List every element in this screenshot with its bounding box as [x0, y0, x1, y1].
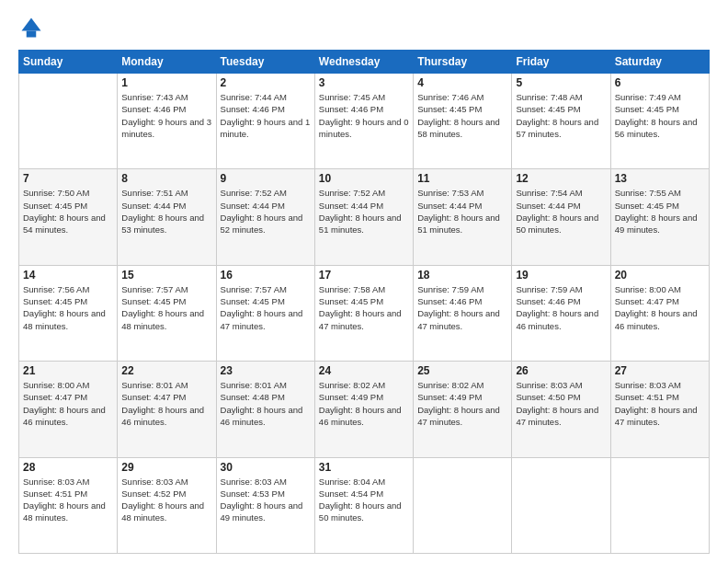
- day-info: Sunrise: 7:43 AMSunset: 4:46 PMDaylight:…: [121, 91, 211, 140]
- day-number: 12: [516, 172, 606, 185]
- calendar-cell: 5Sunrise: 7:48 AMSunset: 4:45 PMDaylight…: [512, 74, 610, 169]
- calendar-cell: 29Sunrise: 8:03 AMSunset: 4:52 PMDayligh…: [118, 457, 216, 553]
- day-number: 15: [121, 269, 211, 282]
- calendar-cell: 11Sunrise: 7:53 AMSunset: 4:44 PMDayligh…: [414, 169, 512, 265]
- day-number: 14: [23, 269, 113, 282]
- calendar-cell: 25Sunrise: 8:02 AMSunset: 4:49 PMDayligh…: [414, 362, 512, 457]
- calendar-cell: [19, 74, 118, 169]
- day-number: 23: [221, 364, 311, 377]
- calendar-cell: 2Sunrise: 7:44 AMSunset: 4:46 PMDaylight…: [216, 74, 314, 169]
- day-number: 25: [417, 364, 507, 377]
- calendar-cell: 15Sunrise: 7:57 AMSunset: 4:45 PMDayligh…: [118, 265, 216, 361]
- day-info: Sunrise: 7:58 AMSunset: 4:45 PMDaylight:…: [319, 283, 409, 332]
- day-number: 11: [417, 172, 507, 185]
- calendar-week-row: 28Sunrise: 8:03 AMSunset: 4:51 PMDayligh…: [19, 457, 710, 553]
- calendar-table: SundayMondayTuesdayWednesdayThursdayFrid…: [18, 50, 710, 554]
- day-number: 6: [615, 76, 705, 89]
- calendar-header-row: SundayMondayTuesdayWednesdayThursdayFrid…: [19, 51, 710, 74]
- day-info: Sunrise: 8:03 AMSunset: 4:52 PMDaylight:…: [121, 476, 211, 524]
- day-number: 1: [121, 76, 211, 89]
- calendar-header-saturday: Saturday: [610, 51, 709, 74]
- day-number: 31: [319, 461, 409, 474]
- calendar-week-row: 1Sunrise: 7:43 AMSunset: 4:46 PMDaylight…: [19, 74, 710, 169]
- calendar-week-row: 21Sunrise: 8:00 AMSunset: 4:47 PMDayligh…: [19, 362, 710, 457]
- day-info: Sunrise: 8:03 AMSunset: 4:50 PMDaylight:…: [516, 379, 606, 428]
- calendar-cell: 14Sunrise: 7:56 AMSunset: 4:45 PMDayligh…: [19, 265, 118, 361]
- day-number: 18: [417, 269, 507, 282]
- day-info: Sunrise: 7:51 AMSunset: 4:44 PMDaylight:…: [121, 187, 211, 236]
- calendar-cell: 16Sunrise: 7:57 AMSunset: 4:45 PMDayligh…: [216, 265, 314, 361]
- day-number: 5: [516, 76, 606, 89]
- day-info: Sunrise: 7:53 AMSunset: 4:44 PMDaylight:…: [417, 187, 507, 236]
- day-info: Sunrise: 7:56 AMSunset: 4:45 PMDaylight:…: [23, 283, 113, 332]
- day-number: 22: [121, 364, 211, 377]
- calendar-cell: 8Sunrise: 7:51 AMSunset: 4:44 PMDaylight…: [118, 169, 216, 265]
- calendar-cell: 17Sunrise: 7:58 AMSunset: 4:45 PMDayligh…: [314, 265, 413, 361]
- calendar-cell: 30Sunrise: 8:03 AMSunset: 4:53 PMDayligh…: [216, 457, 314, 553]
- day-number: 21: [23, 364, 113, 377]
- day-info: Sunrise: 7:55 AMSunset: 4:45 PMDaylight:…: [615, 187, 705, 236]
- day-info: Sunrise: 8:00 AMSunset: 4:47 PMDaylight:…: [23, 379, 113, 428]
- calendar-cell: [512, 457, 610, 553]
- calendar-header-sunday: Sunday: [19, 51, 118, 74]
- day-number: 10: [319, 172, 409, 185]
- day-info: Sunrise: 8:01 AMSunset: 4:48 PMDaylight:…: [221, 379, 311, 428]
- day-number: 2: [221, 76, 311, 89]
- day-number: 7: [23, 172, 113, 185]
- calendar-cell: 20Sunrise: 8:00 AMSunset: 4:47 PMDayligh…: [610, 265, 709, 361]
- day-number: 27: [615, 364, 705, 377]
- calendar-cell: 13Sunrise: 7:55 AMSunset: 4:45 PMDayligh…: [610, 169, 709, 265]
- day-number: 16: [221, 269, 311, 282]
- calendar-cell: 12Sunrise: 7:54 AMSunset: 4:44 PMDayligh…: [512, 169, 610, 265]
- day-number: 13: [615, 172, 705, 185]
- day-info: Sunrise: 8:02 AMSunset: 4:49 PMDaylight:…: [417, 379, 507, 428]
- day-number: 4: [417, 76, 507, 89]
- day-number: 30: [221, 461, 311, 474]
- calendar-cell: 3Sunrise: 7:45 AMSunset: 4:46 PMDaylight…: [314, 74, 413, 169]
- day-info: Sunrise: 7:44 AMSunset: 4:46 PMDaylight:…: [221, 91, 311, 140]
- day-info: Sunrise: 8:03 AMSunset: 4:53 PMDaylight:…: [221, 476, 311, 524]
- day-number: 20: [615, 269, 705, 282]
- header: [18, 15, 710, 40]
- day-number: 19: [516, 269, 606, 282]
- calendar-header-friday: Friday: [512, 51, 610, 74]
- calendar-cell: 1Sunrise: 7:43 AMSunset: 4:46 PMDaylight…: [118, 74, 216, 169]
- calendar-cell: 21Sunrise: 8:00 AMSunset: 4:47 PMDayligh…: [19, 362, 118, 457]
- calendar-cell: [414, 457, 512, 553]
- logo: [18, 15, 48, 40]
- day-info: Sunrise: 8:04 AMSunset: 4:54 PMDaylight:…: [319, 476, 409, 524]
- day-info: Sunrise: 8:02 AMSunset: 4:49 PMDaylight:…: [319, 379, 409, 428]
- calendar-cell: 19Sunrise: 7:59 AMSunset: 4:46 PMDayligh…: [512, 265, 610, 361]
- day-info: Sunrise: 7:48 AMSunset: 4:45 PMDaylight:…: [516, 91, 606, 140]
- day-info: Sunrise: 7:49 AMSunset: 4:45 PMDaylight:…: [615, 91, 705, 140]
- day-number: 24: [319, 364, 409, 377]
- day-info: Sunrise: 7:59 AMSunset: 4:46 PMDaylight:…: [516, 283, 606, 332]
- day-number: 8: [121, 172, 211, 185]
- calendar-cell: 26Sunrise: 8:03 AMSunset: 4:50 PMDayligh…: [512, 362, 610, 457]
- calendar-header-wednesday: Wednesday: [314, 51, 413, 74]
- calendar-header-thursday: Thursday: [414, 51, 512, 74]
- day-info: Sunrise: 8:01 AMSunset: 4:47 PMDaylight:…: [121, 379, 211, 428]
- calendar-cell: 31Sunrise: 8:04 AMSunset: 4:54 PMDayligh…: [314, 457, 413, 553]
- calendar-header-monday: Monday: [118, 51, 216, 74]
- calendar-header-tuesday: Tuesday: [216, 51, 314, 74]
- day-info: Sunrise: 7:57 AMSunset: 4:45 PMDaylight:…: [121, 283, 211, 332]
- day-info: Sunrise: 7:59 AMSunset: 4:46 PMDaylight:…: [417, 283, 507, 332]
- logo-icon: [18, 15, 44, 40]
- calendar-cell: 9Sunrise: 7:52 AMSunset: 4:44 PMDaylight…: [216, 169, 314, 265]
- day-info: Sunrise: 8:03 AMSunset: 4:51 PMDaylight:…: [615, 379, 705, 428]
- day-info: Sunrise: 7:52 AMSunset: 4:44 PMDaylight:…: [319, 187, 409, 236]
- svg-rect-1: [27, 31, 37, 38]
- calendar-cell: 4Sunrise: 7:46 AMSunset: 4:45 PMDaylight…: [414, 74, 512, 169]
- calendar-cell: 24Sunrise: 8:02 AMSunset: 4:49 PMDayligh…: [314, 362, 413, 457]
- svg-marker-0: [22, 18, 41, 31]
- calendar-cell: 6Sunrise: 7:49 AMSunset: 4:45 PMDaylight…: [610, 74, 709, 169]
- day-number: 29: [121, 461, 211, 474]
- day-number: 28: [23, 461, 113, 474]
- calendar-week-row: 14Sunrise: 7:56 AMSunset: 4:45 PMDayligh…: [19, 265, 710, 361]
- day-info: Sunrise: 7:46 AMSunset: 4:45 PMDaylight:…: [417, 91, 507, 140]
- day-number: 3: [319, 76, 409, 89]
- day-info: Sunrise: 7:50 AMSunset: 4:45 PMDaylight:…: [23, 187, 113, 236]
- calendar-cell: 7Sunrise: 7:50 AMSunset: 4:45 PMDaylight…: [19, 169, 118, 265]
- calendar-cell: 23Sunrise: 8:01 AMSunset: 4:48 PMDayligh…: [216, 362, 314, 457]
